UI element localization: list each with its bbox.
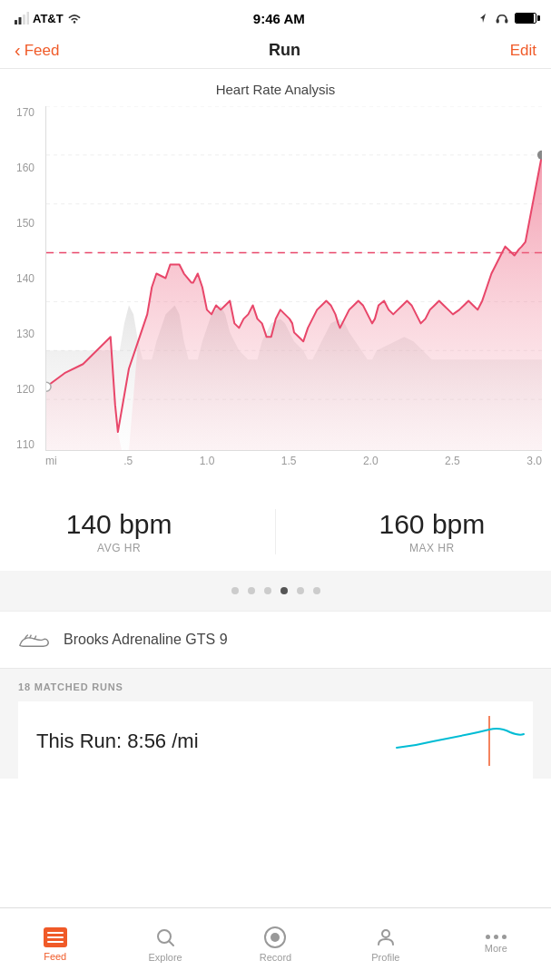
run-row: This Run: 8:56 /mi: [18, 701, 533, 779]
svg-point-16: [537, 151, 542, 160]
tab-record-label: Record: [260, 952, 291, 963]
x-label-3-0: 3.0: [526, 455, 542, 467]
record-icon: [264, 926, 286, 948]
nav-bar: ‹ Feed Run Edit: [0, 33, 551, 69]
sparkline: [388, 716, 533, 766]
shoe-name: Brooks Adrenaline GTS 9: [64, 632, 228, 648]
svg-rect-6: [505, 19, 507, 24]
dot-4-active[interactable]: [280, 587, 288, 594]
svg-line-19: [169, 941, 173, 946]
explore-icon: [154, 926, 176, 948]
location-icon: [477, 12, 489, 24]
edit-button[interactable]: Edit: [510, 42, 536, 60]
signal-icon: [15, 12, 29, 24]
svg-rect-5: [497, 19, 499, 24]
dot-3[interactable]: [264, 587, 271, 594]
y-label-110: 110: [0, 438, 42, 451]
pagination-dots: [0, 571, 551, 611]
avg-hr-label: AVG HR: [66, 542, 172, 554]
shoe-icon: [18, 628, 51, 652]
max-hr-value: 160 bpm: [379, 509, 486, 540]
this-run-label: This Run: 8:56 /mi: [36, 730, 199, 752]
avg-hr-stat: 140 bpm AVG HR: [66, 509, 172, 554]
svg-rect-3: [27, 12, 30, 24]
svg-rect-1: [19, 17, 22, 24]
y-label-120: 120: [0, 383, 42, 396]
max-hr-stat: 160 bpm MAX HR: [379, 509, 486, 554]
chart-title: Heart Rate Analysis: [0, 82, 551, 97]
clock: 9:46 AM: [253, 11, 305, 26]
x-label-0-5: .5: [123, 455, 133, 467]
y-label-150: 150: [0, 217, 42, 230]
tab-feed-label: Feed: [44, 951, 66, 962]
wifi-icon: [67, 13, 82, 24]
chart-section: Heart Rate Analysis 170 160 150 140 130 …: [0, 69, 551, 487]
x-label-2-5: 2.5: [445, 455, 460, 467]
x-label-2-0: 2.0: [363, 455, 379, 467]
dot-1[interactable]: [231, 587, 239, 594]
matched-runs-section: 18 MATCHED RUNS This Run: 8:56 /mi: [0, 668, 551, 779]
status-bar: AT&T 9:46 AM: [0, 0, 551, 33]
battery-icon: [515, 13, 536, 24]
profile-icon: [375, 926, 397, 948]
x-label-1-5: 1.5: [281, 455, 297, 467]
tab-more-label: More: [485, 943, 507, 954]
chevron-left-icon: ‹: [15, 40, 21, 61]
tab-explore-label: Explore: [148, 952, 182, 963]
avg-hr-value: 140 bpm: [66, 509, 172, 540]
heart-rate-chart: 170 160 150 140 130 120 110: [0, 106, 551, 487]
hr-stats: 140 bpm AVG HR 160 bpm MAX HR: [0, 487, 551, 571]
tab-feed[interactable]: Feed: [0, 927, 110, 962]
carrier-signal: AT&T: [15, 12, 82, 25]
tab-profile-label: Profile: [371, 952, 399, 963]
tab-profile[interactable]: Profile: [330, 926, 440, 963]
svg-point-15: [46, 382, 51, 391]
svg-rect-2: [23, 15, 25, 24]
y-axis-labels: 170 160 150 140 130 120 110: [0, 106, 42, 451]
matched-label: 18 MATCHED RUNS: [18, 681, 533, 692]
tab-record[interactable]: Record: [221, 926, 330, 963]
more-icon: [486, 935, 507, 939]
max-hr-label: MAX HR: [379, 542, 486, 554]
tab-explore[interactable]: Explore: [110, 926, 220, 963]
x-label-1-0: 1.0: [200, 455, 215, 467]
svg-point-20: [382, 930, 389, 937]
svg-rect-0: [15, 20, 17, 24]
tab-bar: Feed Explore Record Profile More: [0, 907, 551, 980]
shoe-section: Brooks Adrenaline GTS 9: [0, 611, 551, 668]
y-label-160: 160: [0, 162, 42, 174]
dot-5[interactable]: [297, 587, 304, 594]
x-axis-labels: mi .5 1.0 1.5 2.0 2.5 3.0: [45, 451, 542, 471]
x-label-mi: mi: [45, 455, 57, 467]
status-icons: [477, 12, 536, 24]
y-label-130: 130: [0, 328, 42, 340]
svg-point-4: [74, 21, 75, 23]
tab-more[interactable]: More: [441, 935, 551, 954]
dot-6[interactable]: [313, 587, 320, 594]
dot-2[interactable]: [248, 587, 255, 594]
feed-icon: [44, 927, 67, 947]
chart-svg-area: [45, 106, 542, 451]
y-label-170: 170: [0, 106, 42, 119]
headphones-icon: [495, 12, 509, 24]
y-label-140: 140: [0, 272, 42, 285]
back-button[interactable]: ‹ Feed: [15, 40, 59, 61]
page-title: Run: [269, 41, 300, 60]
carrier-label: AT&T: [33, 12, 64, 25]
